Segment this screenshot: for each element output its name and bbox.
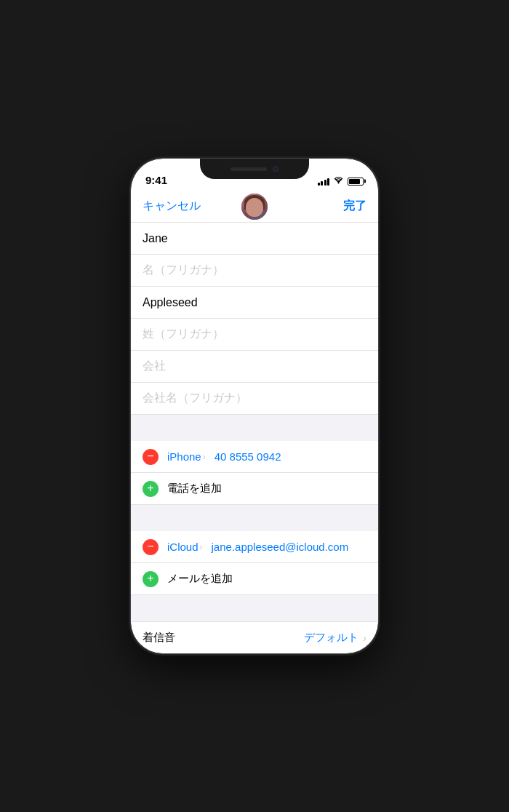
add-email-button[interactable]: + xyxy=(143,571,159,587)
email-label-text: iCloud xyxy=(167,541,199,553)
company-placeholder: 会社 xyxy=(143,359,166,374)
battery-icon xyxy=(348,178,364,186)
plus-icon: + xyxy=(147,482,153,494)
spacer-2 xyxy=(131,505,378,531)
ringtone-value: デフォルト xyxy=(304,631,358,645)
ringtone-row[interactable]: 着信音 デフォルト › xyxy=(131,621,378,653)
email-value[interactable]: jane.appleseed@icloud.com xyxy=(212,541,366,553)
form-scroll: Jane 名（フリガナ） Appleseed 姓（フリガナ） 会社 会社名（フリ… xyxy=(131,223,378,653)
email-label[interactable]: iCloud › xyxy=(167,541,203,553)
name-section: Jane 名（フリガナ） Appleseed 姓（フリガナ） 会社 会社名（フリ… xyxy=(131,223,378,415)
add-email-label[interactable]: メールを追加 xyxy=(167,572,233,586)
status-time: 9:41 xyxy=(145,174,167,186)
add-email-row: + メールを追加 xyxy=(131,563,378,595)
minus-icon-2: − xyxy=(147,541,153,552)
svg-point-0 xyxy=(338,183,340,184)
email-section: − iCloud › jane.appleseed@icloud.com + メ… xyxy=(131,531,378,595)
cancel-button[interactable]: キャンセル xyxy=(143,199,201,214)
add-phone-row: + 電話を追加 xyxy=(131,473,378,505)
company-kana-field[interactable]: 会社名（フリガナ） xyxy=(131,383,378,415)
notch xyxy=(200,159,309,179)
company-field[interactable]: 会社 xyxy=(131,351,378,383)
remove-phone-button[interactable]: − xyxy=(143,449,159,465)
ringtone-chevron: › xyxy=(363,632,366,644)
spacer-1 xyxy=(131,415,378,441)
phone-section: − iPhone › 40 8555 0942 + 電話を追加 xyxy=(131,441,378,505)
avatar[interactable] xyxy=(241,194,268,220)
last-name-kana-placeholder: 姓（フリガナ） xyxy=(143,327,224,342)
phone-screen: 9:41 xyxy=(131,159,378,653)
last-name-value: Appleseed xyxy=(143,296,198,309)
plus-icon-2: + xyxy=(147,573,153,584)
ringtone-label: 着信音 xyxy=(143,631,304,645)
wifi-icon xyxy=(333,176,344,186)
add-phone-label[interactable]: 電話を追加 xyxy=(167,482,222,495)
remove-email-button[interactable]: − xyxy=(143,539,159,555)
done-button[interactable]: 完了 xyxy=(343,199,366,214)
first-name-field[interactable]: Jane xyxy=(131,223,378,255)
status-icons xyxy=(318,176,364,186)
phone-row: − iPhone › 40 8555 0942 xyxy=(131,441,378,473)
email-label-chevron: › xyxy=(200,542,203,552)
speaker xyxy=(231,167,267,171)
nav-bar: キャンセル 完了 xyxy=(131,191,378,223)
last-name-kana-field[interactable]: 姓（フリガナ） xyxy=(131,319,378,351)
front-camera xyxy=(273,166,278,172)
first-name-value: Jane xyxy=(143,232,168,245)
phone-label[interactable]: iPhone › xyxy=(167,450,206,463)
email-row: − iCloud › jane.appleseed@icloud.com xyxy=(131,531,378,563)
phone-value[interactable]: 40 8555 0942 xyxy=(215,450,366,463)
signal-icon xyxy=(318,177,330,186)
company-kana-placeholder: 会社名（フリガナ） xyxy=(143,391,247,406)
phone-label-chevron: › xyxy=(203,452,206,462)
spacer-3 xyxy=(131,595,378,621)
first-name-kana-placeholder: 名（フリガナ） xyxy=(143,263,224,278)
last-name-field[interactable]: Appleseed xyxy=(131,287,378,319)
minus-icon: − xyxy=(147,450,153,462)
add-phone-button[interactable]: + xyxy=(143,481,159,497)
first-name-kana-field[interactable]: 名（フリガナ） xyxy=(131,255,378,287)
phone-label-text: iPhone xyxy=(167,450,201,463)
phone-device: 9:41 xyxy=(131,159,378,653)
